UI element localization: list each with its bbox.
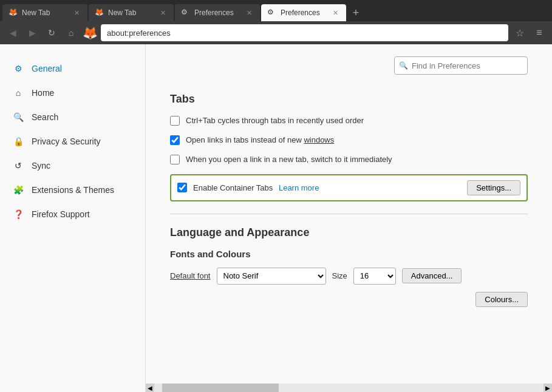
open-links-checkbox[interactable] [170,135,180,145]
tab-preferences-4[interactable]: ⚙ Preferences ✕ [261,4,346,21]
horizontal-scrollbar[interactable]: ◀ ▶ [146,384,552,392]
forward-button[interactable]: ▶ [24,25,40,41]
tab2-close-button[interactable]: ✕ [158,8,168,18]
sidebar-item-support[interactable]: ❓ Firefox Support [0,202,145,226]
firefox-icon-tab2: 🦊 [95,8,104,18]
scroll-left-button[interactable]: ◀ [146,384,154,392]
help-icon: ❓ [12,208,24,220]
container-tabs-label: Enable Container Tabs Learn more [193,183,461,192]
navigation-bar: ◀ ▶ ↻ ⌂ 🦊 ☆ ≡ [0,21,552,44]
puzzle-icon: 🧩 [12,184,24,196]
open-links-label: Open links in tabs instead of new window… [186,135,334,146]
sidebar-item-privacy[interactable]: 🔒 Privacy & Security [0,129,145,154]
sidebar: ⚙ General ⌂ Home 🔍 Search 🔒 Privacy & Se… [0,44,146,392]
gear-icon-tab3: ⚙ [181,8,191,18]
home-button[interactable]: ⌂ [63,25,79,41]
bookmark-button[interactable]: ☆ [512,25,528,41]
sidebar-item-general[interactable]: ⚙ General [0,56,145,81]
tab4-close-button[interactable]: ✕ [330,8,340,18]
container-tabs-settings-button[interactable]: Settings... [467,180,520,195]
advanced-button[interactable]: Advanced... [402,268,462,283]
search-wrapper: 🔍 [394,56,528,75]
sidebar-label-extensions: Extensions & Themes [32,185,114,195]
search-icon: 🔍 [12,111,24,123]
fonts-section-title: Fonts and Colours [170,249,528,259]
size-label: Size [332,271,347,280]
back-button[interactable]: ◀ [5,25,21,41]
scroll-thumb[interactable] [162,384,279,392]
sidebar-item-sync[interactable]: ↺ Sync [0,154,145,178]
checkbox-open-links: Open links in tabs instead of new window… [170,135,528,146]
font-select[interactable]: Noto Serif [217,268,326,285]
home-icon: ⌂ [12,87,24,99]
sidebar-item-home[interactable]: ⌂ Home [0,81,145,105]
sidebar-item-extensions[interactable]: 🧩 Extensions & Themes [0,178,145,202]
tab1-label: New Tab [22,8,68,17]
main-area: ⚙ General ⌂ Home 🔍 Search 🔒 Privacy & Se… [0,44,552,392]
sidebar-label-general: General [32,64,62,73]
firefox-icon-tab1: 🦊 [9,8,18,18]
new-tab-button[interactable]: + [347,4,364,21]
tab2-label: New Tab [108,8,154,17]
content-area: 🔍 Tabs Ctrl+Tab cycles through tabs in r… [146,44,552,392]
container-tabs-row: Enable Container Tabs Learn more Setting… [170,174,528,201]
scroll-track[interactable] [154,384,543,392]
tabs-section-title: Tabs [170,93,528,106]
tab4-label: Preferences [281,8,327,17]
colours-button[interactable]: Colours... [475,292,528,307]
title-bar: 🦊 New Tab ✕ 🦊 New Tab ✕ ⚙ Preferences ✕ … [0,0,552,21]
tab-new-tab-1[interactable]: 🦊 New Tab ✕ [2,4,87,21]
tab-preferences-3[interactable]: ⚙ Preferences ✕ [175,4,260,21]
address-bar[interactable] [101,24,508,41]
gear-icon: ⚙ [12,63,24,75]
size-select[interactable]: 16 [353,268,396,285]
menu-button[interactable]: ≡ [531,25,547,41]
scroll-right-button[interactable]: ▶ [543,384,552,392]
switch-tab-checkbox[interactable] [170,155,180,164]
sidebar-label-sync: Sync [32,161,50,171]
switch-tab-label: When you open a link in a new tab, switc… [186,154,392,165]
sidebar-item-search[interactable]: 🔍 Search [0,105,145,129]
tab3-close-button[interactable]: ✕ [244,8,254,18]
checkbox-ctrl-tab: Ctrl+Tab cycles through tabs in recently… [170,115,528,126]
tab3-label: Preferences [194,8,240,17]
find-in-preferences-input[interactable] [394,56,528,75]
font-row: Default font Noto Serif Size 16 Advanced… [170,268,528,285]
gear-icon-tab4: ⚙ [267,8,277,18]
section-divider [170,214,528,214]
sidebar-label-privacy: Privacy & Security [32,137,101,146]
search-container: 🔍 [170,56,528,75]
reload-button[interactable]: ↻ [44,25,60,41]
sidebar-label-support: Firefox Support [32,209,90,219]
font-label: Default font [170,271,211,280]
container-tabs-checkbox[interactable] [177,183,187,192]
tab-new-tab-2[interactable]: 🦊 New Tab ✕ [89,4,174,21]
lock-icon: 🔒 [12,135,24,147]
ctrl-tab-checkbox[interactable] [170,116,180,126]
firefox-logo: 🦊 [83,25,97,40]
sync-icon: ↺ [12,160,24,172]
language-section-title: Language and Appearance [170,226,528,239]
checkbox-switch-tab: When you open a link in a new tab, switc… [170,154,528,165]
tab1-close-button[interactable]: ✕ [72,8,81,18]
learn-more-link[interactable]: Learn more [279,183,319,192]
ctrl-tab-label: Ctrl+Tab cycles through tabs in recently… [186,115,364,126]
colours-row: Colours... [170,292,528,307]
sidebar-label-home: Home [32,88,54,98]
sidebar-label-search: Search [32,112,58,122]
